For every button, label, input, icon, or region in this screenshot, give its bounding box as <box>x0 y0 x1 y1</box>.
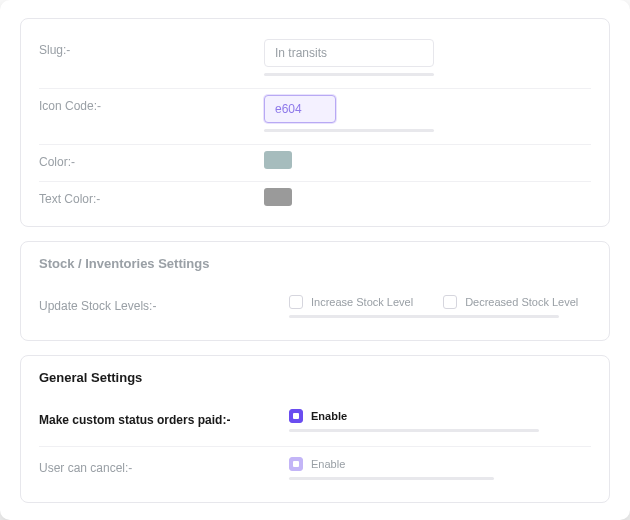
icon-code-label: Icon Code:- <box>39 95 264 113</box>
slug-underline <box>264 73 434 76</box>
text-color-swatch[interactable] <box>264 188 292 206</box>
icon-code-input[interactable] <box>264 95 336 123</box>
slug-field <box>264 39 591 76</box>
cancel-enable-label: Enable <box>311 458 345 470</box>
stock-card: Stock / Inventories Settings Update Stoc… <box>20 241 610 341</box>
paid-field: Enable <box>289 409 591 432</box>
color-field <box>264 151 591 169</box>
settings-frame: Slug:- Icon Code:- Color:- Text Color:- <box>0 0 630 520</box>
text-color-row: Text Color:- <box>39 182 591 218</box>
cancel-field: Enable <box>289 457 591 480</box>
general-section-title: General Settings <box>39 370 591 385</box>
decrease-stock-label: Decreased Stock Level <box>465 296 578 308</box>
update-stock-field: Increase Stock Level Decreased Stock Lev… <box>289 295 591 318</box>
paid-label: Make custom status orders paid:- <box>39 409 289 427</box>
slug-row: Slug:- <box>39 33 591 89</box>
decrease-stock-checkbox[interactable]: Decreased Stock Level <box>443 295 578 309</box>
text-color-field <box>264 188 591 206</box>
general-card: General Settings Make custom status orde… <box>20 355 610 503</box>
checkbox-checked-icon <box>289 457 303 471</box>
increase-stock-checkbox[interactable]: Increase Stock Level <box>289 295 413 309</box>
text-color-label: Text Color:- <box>39 188 264 206</box>
icon-code-field <box>264 95 591 132</box>
color-swatch[interactable] <box>264 151 292 169</box>
paid-enable-label: Enable <box>311 410 347 422</box>
status-card: Slug:- Icon Code:- Color:- Text Color:- <box>20 18 610 227</box>
paid-enable-checkbox[interactable]: Enable <box>289 409 591 423</box>
update-stock-row: Update Stock Levels:- Increase Stock Lev… <box>39 285 591 332</box>
checkbox-box-icon <box>289 295 303 309</box>
cancel-label: User can cancel:- <box>39 457 289 475</box>
checkbox-checked-icon <box>289 409 303 423</box>
color-row: Color:- <box>39 145 591 182</box>
cancel-underline <box>289 477 494 480</box>
paid-row: Make custom status orders paid:- Enable <box>39 399 591 447</box>
icon-code-underline <box>264 129 434 132</box>
icon-code-row: Icon Code:- <box>39 89 591 145</box>
color-label: Color:- <box>39 151 264 169</box>
checkbox-box-icon <box>443 295 457 309</box>
paid-underline <box>289 429 539 432</box>
stock-underline <box>289 315 559 318</box>
update-stock-label: Update Stock Levels:- <box>39 295 289 313</box>
stock-section-title: Stock / Inventories Settings <box>39 256 591 271</box>
cancel-row: User can cancel:- Enable <box>39 447 591 494</box>
increase-stock-label: Increase Stock Level <box>311 296 413 308</box>
stock-checkbox-group: Increase Stock Level Decreased Stock Lev… <box>289 295 591 309</box>
slug-label: Slug:- <box>39 39 264 57</box>
slug-input[interactable] <box>264 39 434 67</box>
cancel-enable-checkbox[interactable]: Enable <box>289 457 591 471</box>
